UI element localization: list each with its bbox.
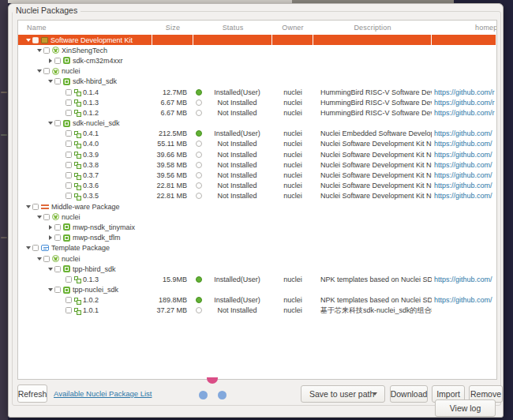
row-checkbox[interactable] <box>66 110 72 116</box>
row-checkbox[interactable] <box>66 307 72 313</box>
refresh-button[interactable]: Refresh <box>17 384 47 403</box>
row-checkbox[interactable] <box>66 152 72 158</box>
tree-row[interactable]: 0.3.522.81 MBNot InstallednucleiNuclei S… <box>18 191 496 201</box>
column-header-owner[interactable]: Owner <box>272 24 313 32</box>
tree-row[interactable]: XinShengTech <box>18 45 496 55</box>
column-header-description[interactable]: Description <box>313 24 432 32</box>
column-header-name[interactable]: Name <box>18 24 152 32</box>
vendor-icon <box>52 255 59 262</box>
collapse-toggle[interactable] <box>35 216 43 219</box>
collapse-toggle[interactable] <box>24 39 32 42</box>
tree-row[interactable]: sdk-hbird_sdk <box>18 77 496 87</box>
tree-row[interactable]: Software Development Kit <box>18 35 496 45</box>
row-checkbox[interactable] <box>54 224 61 231</box>
packages-table[interactable]: Name Size Status Owner Description homep… <box>17 20 497 380</box>
collapse-toggle[interactable] <box>24 205 32 208</box>
row-checkbox[interactable] <box>32 37 39 43</box>
row-checkbox[interactable] <box>54 234 61 241</box>
homepage-link[interactable]: https://github.com/ <box>432 170 496 180</box>
row-checkbox[interactable] <box>54 58 61 64</box>
homepage-link[interactable]: https://github.com/ <box>432 149 496 159</box>
tree-row[interactable]: 0.1.315.9MBInstalled(User)nucleiNPK temp… <box>18 274 496 284</box>
tree-row[interactable]: 1.0.137.27 MBNot Installednuclei基于芯来科技sd… <box>18 306 496 316</box>
row-checkbox[interactable] <box>54 120 61 126</box>
expand-toggle[interactable] <box>46 235 54 240</box>
description-cell <box>313 66 432 77</box>
save-path-dropdown[interactable]: Save to user path <box>301 385 385 403</box>
collapse-toggle[interactable] <box>46 122 54 125</box>
view-log-button[interactable]: View log <box>435 399 496 417</box>
version-icon <box>74 141 81 148</box>
homepage-link[interactable]: https://github.com/ <box>432 274 496 284</box>
row-checkbox[interactable] <box>54 287 61 293</box>
expand-toggle[interactable] <box>46 225 54 230</box>
homepage-link[interactable]: https://github.com/ <box>432 129 496 139</box>
homepage-link[interactable]: https://github.com/ <box>432 139 496 149</box>
row-checkbox[interactable] <box>66 172 72 178</box>
collapse-toggle[interactable] <box>46 80 54 83</box>
owner-cell: nuclei <box>272 181 313 191</box>
row-checkbox[interactable] <box>32 204 39 210</box>
homepage-link[interactable]: https://github.com/r <box>432 87 496 97</box>
tree-row[interactable]: 0.1.412.7MBInstalled(User)nucleiHummingB… <box>18 87 496 97</box>
tree-row[interactable]: 0.4.1212.5MBInstalled(User)nucleiNuclei … <box>18 129 496 139</box>
tree-row[interactable]: 0.3.839.58 MBNot InstallednucleiNuclei S… <box>18 159 496 170</box>
tree-row[interactable]: sdk-nuclei_sdk <box>18 118 496 129</box>
row-checkbox[interactable] <box>66 193 72 199</box>
tree-row[interactable]: Template Package <box>18 243 496 253</box>
tree-row[interactable]: mwp-nsdk_tinymaix <box>18 222 496 232</box>
collapse-toggle[interactable] <box>35 49 43 52</box>
tree-row[interactable]: 0.1.36.67 MBNot InstallednucleiHummingBi… <box>18 97 496 107</box>
row-checkbox[interactable] <box>66 99 72 106</box>
tree-row[interactable]: tpp-hbird_sdk <box>18 264 496 274</box>
homepage-link[interactable]: https://github.com/ <box>432 159 496 170</box>
collapse-toggle[interactable] <box>35 257 43 261</box>
collapse-toggle[interactable] <box>46 268 54 271</box>
collapse-toggle[interactable] <box>46 288 54 291</box>
download-button[interactable]: Download <box>390 385 428 403</box>
row-checkbox[interactable] <box>43 214 50 220</box>
tree-row[interactable]: 0.1.26.67 MBNot InstallednucleiHummingBi… <box>18 107 496 118</box>
row-checkbox[interactable] <box>66 297 72 303</box>
row-checkbox[interactable] <box>66 276 72 283</box>
row-checkbox[interactable] <box>66 130 72 137</box>
homepage-link[interactable]: https://github.com/r <box>432 107 496 118</box>
homepage-link[interactable]: https://github.com/ <box>432 181 496 191</box>
column-header-homepage[interactable]: homepage <box>432 24 496 32</box>
tree-row[interactable]: 0.3.622.81 MBNot InstallednucleiNuclei S… <box>18 181 496 191</box>
available-package-list-link[interactable]: Available Nuclei Package List <box>54 389 152 398</box>
tree-row[interactable]: 1.0.2189.8MBInstalled(User)nucleiNPK tem… <box>18 295 496 306</box>
column-header-status[interactable]: Status <box>193 24 272 32</box>
row-checkbox[interactable] <box>43 47 50 54</box>
tree-row[interactable]: 0.3.739.56 MBNot InstallednucleiNuclei S… <box>18 170 496 180</box>
tree-row[interactable]: nuclei <box>18 212 496 222</box>
tree-row[interactable]: mwp-nsdk_tflm <box>18 233 496 243</box>
row-checkbox[interactable] <box>54 78 61 84</box>
homepage-link <box>432 66 496 77</box>
row-checkbox[interactable] <box>66 141 72 147</box>
collapse-toggle[interactable] <box>24 246 32 249</box>
row-checkbox[interactable] <box>43 68 50 74</box>
chevron-down-icon <box>37 216 42 219</box>
tree-row[interactable]: nuclei <box>18 66 496 77</box>
collapse-toggle[interactable] <box>35 69 43 73</box>
tree-row[interactable]: tpp-nuclei_sdk <box>18 285 496 295</box>
row-checkbox[interactable] <box>32 245 39 251</box>
size-cell: 39.66 MB <box>152 149 193 159</box>
homepage-link[interactable]: https://github.com/r <box>432 97 496 107</box>
homepage-link[interactable]: https://github.com/ <box>432 295 496 306</box>
tree-row[interactable]: 0.4.055.11 MBNot InstallednucleiNuclei S… <box>18 139 496 149</box>
tree-row[interactable]: sdk-cm32m4xxr <box>18 55 496 66</box>
row-checkbox[interactable] <box>54 266 61 272</box>
expand-toggle[interactable] <box>46 58 54 63</box>
tree-row[interactable]: nuclei <box>18 253 496 264</box>
row-checkbox[interactable] <box>66 182 72 189</box>
column-header-size[interactable]: Size <box>152 24 193 32</box>
tree-row[interactable]: 0.3.939.66 MBNot InstallednucleiNuclei S… <box>18 149 496 159</box>
row-checkbox[interactable] <box>43 256 50 262</box>
name-cell: 0.3.7 <box>18 170 152 180</box>
row-checkbox[interactable] <box>66 162 72 168</box>
tree-row[interactable]: Middle-ware Package <box>18 201 496 212</box>
homepage-link[interactable]: https://github.com/ <box>432 191 496 201</box>
row-checkbox[interactable] <box>66 89 72 96</box>
